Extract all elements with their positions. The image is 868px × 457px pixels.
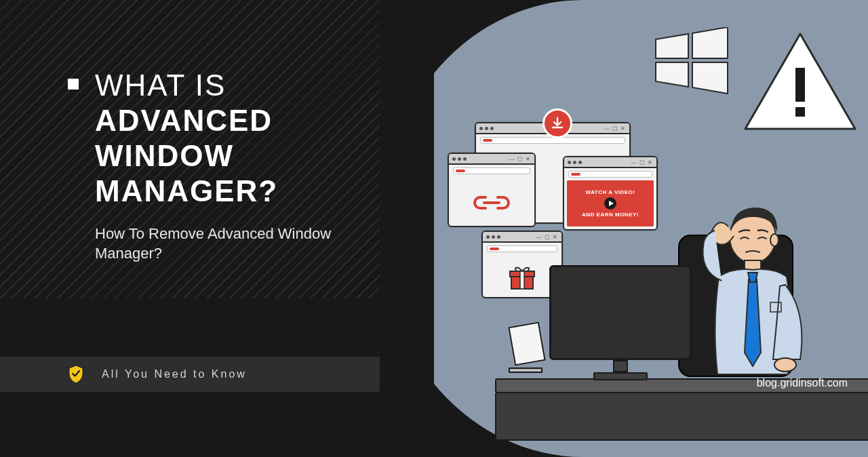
window-controls-icon: — ▢ ✕	[509, 156, 531, 162]
popup-titlebar: — ▢ ✕	[483, 232, 561, 243]
svg-rect-0	[795, 68, 805, 102]
title-line-2: ADVANCED	[95, 103, 353, 138]
heading-block: WHAT IS ADVANCED WINDOW MANAGER? How To …	[68, 68, 353, 264]
svg-point-6	[770, 234, 778, 246]
svg-rect-7	[745, 260, 761, 270]
window-traffic-lights-icon	[452, 157, 467, 161]
window-traffic-lights-icon	[479, 127, 494, 130]
window-controls-icon: — ▢ ✕	[631, 159, 653, 165]
title-line-1: WHAT IS	[95, 68, 226, 102]
popup-address-bar	[453, 167, 530, 174]
windows-logo-icon	[654, 27, 729, 95]
video-line-2: AND EARN MONEY!	[582, 212, 639, 218]
monitor	[549, 265, 692, 384]
popup-video-body: WATCH A VIDEO! AND EARN MONEY!	[567, 180, 654, 226]
download-icon	[550, 116, 565, 131]
gift-icon	[509, 264, 536, 290]
popup-address-bar	[487, 245, 557, 252]
subtitle: How To Remove Advanced Window Manager?	[95, 224, 353, 264]
bottom-bar-text: All You Need to Know	[102, 368, 247, 380]
image-credit: blog.gridinsoft.com	[757, 377, 848, 389]
popup-link-body	[449, 177, 534, 228]
popup-titlebar: — ▢ ✕	[564, 157, 656, 168]
download-badge	[542, 108, 572, 138]
window-traffic-lights-icon	[486, 235, 500, 239]
popup-link: — ▢ ✕	[448, 153, 536, 227]
monitor-base	[593, 372, 648, 380]
link-chain-icon	[473, 193, 510, 212]
shield-check-icon	[68, 365, 84, 384]
hero-banner: WHAT IS ADVANCED WINDOW MANAGER? How To …	[0, 0, 868, 457]
window-controls-icon: — ▢ ✕	[536, 234, 558, 240]
bottom-tag-bar: All You Need to Know	[0, 357, 380, 392]
svg-point-8	[774, 358, 796, 372]
title-line-4: MANAGER?	[95, 174, 353, 209]
popup-address-bar	[480, 137, 625, 144]
window-traffic-lights-icon	[568, 161, 582, 164]
play-icon	[604, 197, 616, 210]
main-title: WHAT IS ADVANCED WINDOW MANAGER?	[95, 68, 353, 209]
monitor-neck	[613, 360, 628, 372]
desk-front	[495, 393, 868, 441]
illustration-layer: — ▢ ✕ — ▢ ✕	[380, 0, 868, 457]
stand-base	[509, 367, 542, 373]
monitor-screen	[549, 265, 692, 360]
svg-rect-4	[520, 271, 524, 289]
video-line-1: WATCH A VIDEO!	[586, 189, 635, 195]
exclamation-triangle-icon	[743, 31, 858, 133]
document-stand	[509, 324, 545, 378]
svg-rect-1	[795, 107, 805, 117]
title-line-3: WINDOW	[95, 138, 353, 174]
popup-address-bar	[568, 171, 652, 178]
stand-paper	[508, 321, 545, 365]
frustrated-person	[671, 197, 827, 400]
popup-video: — ▢ ✕ WATCH A VIDEO! AND EARN MONEY!	[563, 156, 658, 231]
popup-titlebar: — ▢ ✕	[449, 154, 534, 165]
window-controls-icon: — ▢ ✕	[604, 125, 626, 132]
